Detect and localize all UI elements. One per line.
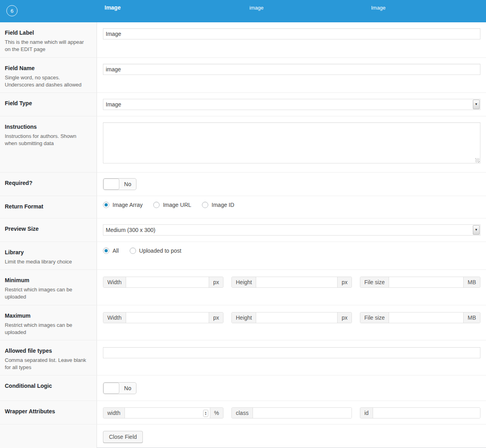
instructions-title: Instructions <box>5 124 89 130</box>
minimum-description: Restrict which images can be uploaded <box>5 286 89 301</box>
setting-row-wrapper-attributes: Wrapper Attributes width ▲ ▼ % class <box>0 401 486 424</box>
width-prefix-label: Width <box>103 277 126 287</box>
radio-image-url[interactable]: Image URL <box>153 202 191 208</box>
radio-unselected-icon[interactable] <box>202 202 208 208</box>
field-type-select[interactable]: Image <box>103 99 480 110</box>
mb-unit-label: MB <box>463 312 480 323</box>
return-format-title: Return Format <box>5 203 89 210</box>
field-name-description: Single word, no spaces. Underscores and … <box>5 74 89 88</box>
radio-label: Uploaded to post <box>139 248 182 254</box>
wrapper-id-input[interactable] <box>373 408 480 418</box>
acf-field-settings-panel: 6 Image image Image Field Label This is … <box>0 0 486 448</box>
setting-row-library: Library Limit the media library choice A… <box>0 242 486 269</box>
close-field-button[interactable]: Close Field <box>103 431 143 443</box>
field-label-description: This is the name which will appear on th… <box>5 39 89 53</box>
radio-library-all[interactable]: All <box>103 248 119 254</box>
maximum-title: Maximum <box>5 312 89 319</box>
maximum-filesize-input[interactable] <box>389 312 463 323</box>
setting-row-field-name: Field Name Single word, no spaces. Under… <box>0 57 486 92</box>
minimum-width-input[interactable] <box>126 277 209 287</box>
width-prefix-label: width <box>103 408 125 418</box>
setting-row-required: Required? No <box>0 172 486 196</box>
wrapper-width-group: width ▲ ▼ % <box>103 407 223 419</box>
required-toggle[interactable]: No <box>103 178 136 190</box>
preview-size-select-wrap: Medium (300 x 300) ▼ <box>103 224 480 236</box>
radio-image-array[interactable]: Image Array <box>103 202 142 208</box>
conditional-logic-title: Conditional Logic <box>5 383 89 389</box>
setting-row-minimum: Minimum Restrict which images can be upl… <box>0 269 486 305</box>
setting-row-return-format: Return Format Image Array Image URL Imag… <box>0 196 486 218</box>
minimum-height-input[interactable] <box>256 277 337 287</box>
mb-unit-label: MB <box>463 277 480 287</box>
wrapper-width-input[interactable] <box>125 410 210 416</box>
radio-image-id[interactable]: Image ID <box>202 202 234 208</box>
toggle-state-label: No <box>119 181 136 187</box>
field-label-input[interactable] <box>103 28 480 39</box>
maximum-width-group: Width px <box>103 312 223 323</box>
px-unit-label: px <box>209 277 223 287</box>
toggle-knob[interactable] <box>103 383 119 394</box>
setting-row-instructions: Instructions Instructions for authors. S… <box>0 116 486 172</box>
field-name-title: Field Name <box>5 65 89 71</box>
radio-label: Image Array <box>113 202 142 208</box>
library-title: Library <box>5 249 89 255</box>
setting-row-conditional-logic: Conditional Logic No <box>0 375 486 401</box>
filesize-prefix-label: File size <box>360 277 389 287</box>
wrapper-attributes-title: Wrapper Attributes <box>5 408 89 415</box>
minimum-title: Minimum <box>5 277 89 283</box>
setting-row-allowed-file-types: Allowed file types Comma separated list.… <box>0 340 486 375</box>
field-label-title: Field Label <box>5 29 89 36</box>
setting-row-close-field: Close Field <box>0 424 486 448</box>
width-prefix-label: Width <box>103 312 126 323</box>
height-prefix-label: Height <box>232 312 256 323</box>
field-order-badge[interactable]: 6 <box>6 5 18 16</box>
preview-size-title: Preview Size <box>5 226 89 232</box>
id-prefix-label: id <box>360 408 373 418</box>
height-prefix-label: Height <box>232 277 256 287</box>
minimum-filesize-group: File size MB <box>360 277 480 288</box>
radio-selected-icon[interactable] <box>103 248 109 254</box>
field-header-label[interactable]: Image <box>105 4 121 11</box>
radio-unselected-icon[interactable] <box>130 248 136 254</box>
library-description: Limit the media library choice <box>5 258 89 265</box>
radio-library-uploaded[interactable]: Uploaded to post <box>130 248 182 254</box>
radio-label: Image URL <box>163 202 191 208</box>
setting-row-field-label: Field Label This is the name which will … <box>0 22 486 57</box>
percent-unit-label: % <box>210 408 223 418</box>
field-header-type: Image <box>371 5 385 11</box>
radio-label: All <box>113 248 119 254</box>
maximum-width-input[interactable] <box>126 312 209 323</box>
number-stepper[interactable]: ▲ ▼ <box>203 410 208 417</box>
minimum-filesize-input[interactable] <box>389 277 463 287</box>
setting-row-maximum: Maximum Restrict which images can be upl… <box>0 305 486 340</box>
wrapper-id-group: id <box>360 407 480 419</box>
preview-size-select[interactable]: Medium (300 x 300) <box>103 224 480 236</box>
textarea-resize-handle-icon[interactable] <box>475 158 480 163</box>
maximum-description: Restrict which images can be uploaded <box>5 322 89 336</box>
radio-unselected-icon[interactable] <box>153 202 160 208</box>
toggle-knob[interactable] <box>103 179 119 190</box>
toggle-state-label: No <box>119 385 136 391</box>
field-name-input[interactable] <box>103 64 480 75</box>
field-header-bar[interactable]: 6 Image image Image <box>0 0 486 22</box>
required-title: Required? <box>5 180 89 186</box>
wrapper-class-input[interactable] <box>253 408 352 418</box>
setting-row-preview-size: Preview Size Medium (300 x 300) ▼ <box>0 218 486 242</box>
maximum-height-input[interactable] <box>256 312 337 323</box>
allowed-file-types-title: Allowed file types <box>5 348 89 354</box>
px-unit-label: px <box>337 277 352 287</box>
px-unit-label: px <box>209 312 223 323</box>
maximum-filesize-group: File size MB <box>360 312 480 323</box>
instructions-textarea[interactable] <box>103 122 480 163</box>
radio-label: Image ID <box>211 202 234 208</box>
maximum-height-group: Height px <box>231 312 352 323</box>
allowed-file-types-input[interactable] <box>103 347 480 358</box>
stepper-down-icon[interactable]: ▼ <box>204 413 207 415</box>
field-header-name: image <box>249 5 263 11</box>
class-prefix-label: class <box>232 408 253 418</box>
allowed-file-types-description: Comma separated list. Leave blank for al… <box>5 357 89 371</box>
radio-selected-icon[interactable] <box>103 202 109 208</box>
px-unit-label: px <box>337 312 352 323</box>
conditional-logic-toggle[interactable]: No <box>103 382 136 394</box>
minimum-height-group: Height px <box>231 277 352 288</box>
